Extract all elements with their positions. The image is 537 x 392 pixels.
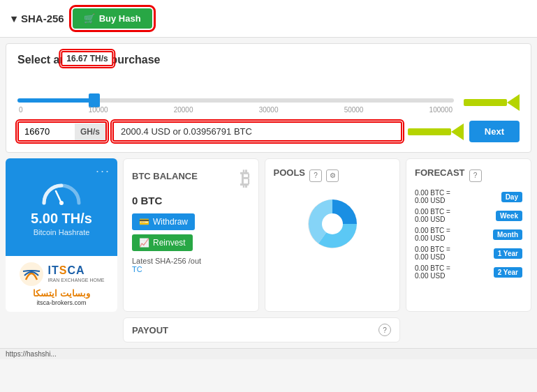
payout-info-button[interactable]: ? bbox=[378, 324, 391, 336]
chevron-icon[interactable]: ▾ bbox=[11, 13, 17, 25]
url-text: https://hashshi... bbox=[6, 350, 57, 358]
period-badge: Day bbox=[501, 192, 522, 202]
itsca-arabic: وبسایت ایتسکا bbox=[33, 288, 90, 299]
menu-dots[interactable]: ··· bbox=[96, 164, 110, 179]
btc-symbol: ₿ bbox=[240, 167, 250, 190]
withdraw-button[interactable]: 💳 Withdraw bbox=[132, 213, 195, 230]
period-badge: 2 Year bbox=[494, 267, 522, 278]
itsca-desc: IRAN EXCHANGE HOME bbox=[48, 277, 105, 283]
pools-pie-chart bbox=[304, 196, 360, 252]
bottom-row: PAYOUT ? bbox=[0, 317, 537, 348]
forecast-values: 0.00 BTC = 0.00 USD bbox=[415, 264, 450, 280]
price-arrow bbox=[408, 123, 464, 140]
payout-card: PAYOUT ? bbox=[123, 317, 400, 342]
hashrate-value: 5.00 TH/s bbox=[31, 211, 92, 227]
btc-amount: 0 BTC bbox=[132, 195, 250, 206]
forecast-row: 0.00 BTC = 0.00 USD Day bbox=[415, 189, 522, 204]
forecast-title-row: FORECAST ? bbox=[415, 167, 522, 183]
slider-tooltip: 16.67 TH/s bbox=[61, 51, 113, 66]
price-display: 2000.4 USD or 0.03956791 BTC bbox=[112, 121, 402, 142]
itsca-url: itsca-brokers.com bbox=[36, 299, 86, 306]
itsca-logo-row: ITSCA IRAN EXCHANGE HOME bbox=[19, 262, 105, 287]
bottom-left-spacer bbox=[6, 317, 117, 342]
forecast-card: FORECAST ? 0.00 BTC = 0.00 USD Day 0.00 … bbox=[406, 158, 531, 312]
bottom-controls: 16670 GH/s 2000.4 USD or 0.03956791 BTC … bbox=[17, 121, 520, 142]
cart-icon: 🛒 bbox=[84, 13, 95, 24]
forecast-values: 0.00 BTC = 0.00 USD bbox=[415, 246, 450, 261]
sha-label: ▾ SHA-256 bbox=[11, 13, 64, 25]
forecast-rows: 0.00 BTC = 0.00 USD Day 0.00 BTC = 0.00 … bbox=[415, 189, 522, 280]
pools-title-row: POOLS ? ⚙ bbox=[274, 167, 339, 183]
pools-card: POOLS ? ⚙ bbox=[265, 158, 401, 312]
tooltip-arrow bbox=[464, 94, 520, 111]
forecast-values: 0.00 BTC = 0.00 USD bbox=[415, 189, 450, 204]
reinvest-icon: 📈 bbox=[139, 238, 149, 248]
ghs-unit: GH/s bbox=[75, 123, 105, 140]
reinvest-label: Reinvest bbox=[153, 238, 186, 248]
svg-point-4 bbox=[322, 213, 343, 234]
period-badge: Week bbox=[496, 211, 522, 221]
bottom-right-spacer bbox=[406, 317, 531, 342]
itsca-text: ITSCA IRAN EXCHANGE HOME bbox=[48, 264, 105, 283]
left-column: ··· 5.00 TH/s Bitcoin Hashrate bbox=[6, 158, 117, 312]
svg-point-1 bbox=[59, 201, 64, 205]
forecast-row: 0.00 BTC = 0.00 USD Week bbox=[415, 208, 522, 223]
withdraw-label: Withdraw bbox=[153, 217, 188, 227]
hashrate-sublabel: Bitcoin Hashrate bbox=[34, 228, 90, 236]
reinvest-button[interactable]: 📈 Reinvest bbox=[132, 234, 193, 251]
latest-sha-label: Latest SHA-256 /out bbox=[132, 257, 250, 265]
bottom-url-bar: https://hashshi... bbox=[0, 348, 537, 359]
amount-slider[interactable] bbox=[17, 98, 454, 103]
next-button[interactable]: Next bbox=[469, 121, 520, 142]
forecast-info-button[interactable]: ? bbox=[469, 169, 482, 182]
purchase-section: Select amount to purchase 16.67 TH/s 0 1… bbox=[6, 43, 531, 153]
forecast-row: 0.00 BTC = 0.00 USD 2 Year bbox=[415, 264, 522, 280]
forecast-values: 0.00 BTC = 0.00 USD bbox=[415, 227, 450, 242]
pools-title: POOLS bbox=[274, 167, 306, 178]
itsca-icon bbox=[19, 262, 44, 287]
forecast-row: 0.00 BTC = 0.00 USD Month bbox=[415, 227, 522, 242]
forecast-row: 0.00 BTC = 0.00 USD 1 Year bbox=[415, 246, 522, 261]
btc-balance-title: BTC BALANCE bbox=[132, 171, 198, 181]
forecast-title: FORECAST bbox=[415, 167, 465, 178]
withdraw-icon: 💳 bbox=[139, 217, 149, 227]
dashboard: ··· 5.00 TH/s Bitcoin Hashrate bbox=[0, 153, 537, 317]
buy-hash-button[interactable]: 🛒 Buy Hash bbox=[73, 8, 152, 29]
itsca-name: ITSCA bbox=[48, 264, 105, 277]
period-badge: 1 Year bbox=[494, 248, 522, 259]
hashrate-card: ··· 5.00 TH/s Bitcoin Hashrate bbox=[6, 158, 117, 256]
btc-balance-card: BTC BALANCE ₿ 0 BTC 💳 Withdraw 📈 Reinves… bbox=[123, 158, 259, 312]
sha-256-text: SHA-256 bbox=[21, 13, 64, 24]
speedometer-icon bbox=[41, 179, 82, 206]
buy-hash-label: Buy Hash bbox=[99, 13, 141, 24]
latest-sha-value: TC bbox=[132, 265, 250, 273]
ghs-input[interactable]: 16670 bbox=[19, 123, 75, 140]
payout-title: PAYOUT bbox=[132, 325, 168, 336]
forecast-values: 0.00 BTC = 0.00 USD bbox=[415, 208, 450, 223]
itsca-logo-card: ITSCA IRAN EXCHANGE HOME وبسایت ایتسکا i… bbox=[6, 256, 117, 312]
top-bar: ▾ SHA-256 🛒 Buy Hash bbox=[0, 0, 537, 38]
pools-gear-button[interactable]: ⚙ bbox=[326, 169, 339, 182]
slider-wrapper: 16.67 TH/s 0 10000 20000 30000 50000 100… bbox=[17, 73, 454, 114]
btc-title-row: BTC BALANCE ₿ bbox=[132, 167, 250, 190]
period-badge: Month bbox=[493, 229, 522, 240]
ghs-input-wrapper: 16670 GH/s bbox=[17, 121, 107, 142]
pools-info-button[interactable]: ? bbox=[309, 169, 322, 182]
